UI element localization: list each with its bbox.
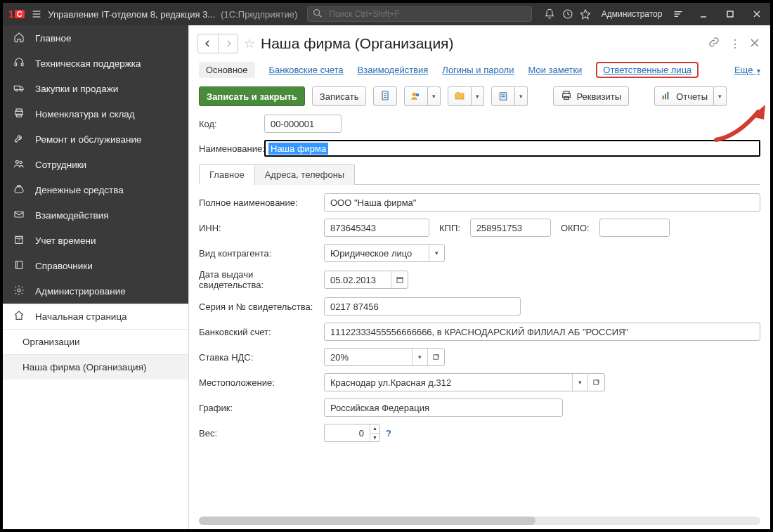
users-icon-button[interactable] bbox=[404, 86, 428, 106]
scrollbar-thumb[interactable] bbox=[199, 517, 535, 525]
settings-lines-icon[interactable] bbox=[672, 4, 684, 24]
okpo-field[interactable] bbox=[599, 219, 670, 237]
kpp-field[interactable]: 258951753 bbox=[470, 219, 551, 237]
global-search[interactable] bbox=[307, 6, 532, 22]
sidebar-item-support[interactable]: Техническая поддержка bbox=[3, 51, 188, 76]
close-icon[interactable] bbox=[751, 37, 759, 50]
window-maximize[interactable] bbox=[717, 3, 743, 25]
users-split-button[interactable]: ▾ bbox=[404, 86, 441, 106]
sidebar-item-org-current[interactable]: Наша фирма (Организация) bbox=[3, 354, 188, 379]
inner-tabs: Главное Адреса, телефоны bbox=[199, 164, 760, 185]
chevron-down-icon[interactable]: ▾ bbox=[428, 86, 441, 106]
stepper-down[interactable]: ▼ bbox=[370, 434, 379, 442]
open-icon[interactable] bbox=[587, 374, 604, 391]
schedule-field[interactable]: Российская Федерация bbox=[324, 398, 563, 417]
bell-icon[interactable] bbox=[543, 4, 556, 24]
bank-field[interactable]: 11122333455556666666, в КРАСНОДАРСКИЙ ФИ… bbox=[324, 323, 760, 341]
nds-field[interactable]: 20% ▾ bbox=[324, 348, 445, 366]
section-logins[interactable]: Логины и пароли bbox=[442, 65, 514, 75]
hamburger-icon[interactable] bbox=[30, 4, 43, 24]
save-close-button[interactable]: Записать и закрыть bbox=[199, 86, 305, 106]
document-icon bbox=[379, 90, 391, 103]
sidebar-item-label: Денежные средства bbox=[35, 185, 124, 195]
reports-split-button[interactable]: Отчеты ▾ bbox=[654, 86, 727, 106]
sidebar-item-main[interactable]: Главное bbox=[3, 25, 188, 51]
kebab-icon[interactable]: ⋮ bbox=[729, 37, 741, 51]
forward-button[interactable] bbox=[218, 34, 238, 53]
section-interactions[interactable]: Взаимодействия bbox=[358, 65, 429, 75]
sidebar-item-stock[interactable]: Номенклатура и склад bbox=[3, 101, 188, 126]
section-bank[interactable]: Банковские счета bbox=[269, 65, 344, 75]
sidebar-item-sales[interactable]: Закупки и продажи bbox=[3, 76, 188, 101]
svg-point-23 bbox=[20, 161, 22, 163]
horizontal-scrollbar[interactable] bbox=[199, 517, 760, 525]
window-minimize[interactable] bbox=[690, 3, 717, 25]
sidebar-item-dicts[interactable]: Справочники bbox=[3, 253, 188, 278]
stepper-up[interactable]: ▲ bbox=[370, 424, 379, 434]
report-icon-button[interactable] bbox=[491, 86, 515, 106]
sidebar-item-label: Администрирование bbox=[35, 286, 126, 297]
sidebar-item-repair[interactable]: Ремонт и обслуживание bbox=[3, 126, 188, 152]
section-main[interactable]: Основное bbox=[199, 62, 255, 78]
history-icon[interactable] bbox=[561, 4, 574, 24]
tab-main[interactable]: Главное bbox=[199, 164, 255, 185]
name-field[interactable]: Наша фирма bbox=[264, 140, 760, 157]
sidebar-item-orgs[interactable]: Организации bbox=[3, 329, 188, 354]
svg-rect-45 bbox=[564, 96, 569, 99]
inn-field[interactable]: 873645343 bbox=[324, 219, 429, 237]
sidebar-item-interactions[interactable]: Взаимодействия bbox=[3, 202, 188, 228]
link-icon[interactable] bbox=[708, 37, 720, 51]
star-icon[interactable] bbox=[579, 4, 592, 24]
chevron-down-icon[interactable]: ▾ bbox=[412, 349, 427, 365]
section-notes[interactable]: Мои заметки bbox=[528, 65, 582, 75]
window-close[interactable] bbox=[743, 3, 770, 25]
headset-icon bbox=[13, 57, 25, 70]
admin-label[interactable]: Администратор bbox=[597, 9, 667, 19]
chevron-down-icon[interactable]: ▾ bbox=[472, 86, 484, 106]
reports-label: Отчеты bbox=[676, 91, 708, 102]
sidebar-item-time[interactable]: 7 Учет времени bbox=[3, 228, 188, 253]
cert-num-field[interactable]: 0217 87456 bbox=[324, 297, 521, 316]
save-button[interactable]: Записать bbox=[312, 86, 367, 106]
svg-rect-49 bbox=[397, 278, 403, 283]
svg-rect-47 bbox=[665, 93, 666, 99]
weight-field[interactable]: 0 ▲ ▼ bbox=[324, 424, 380, 442]
svg-point-3 bbox=[314, 9, 320, 15]
code-field[interactable]: 00-000001 bbox=[264, 115, 342, 133]
loc-field[interactable]: Краснодар ул.Красная д.312 ▾ bbox=[324, 373, 605, 391]
sidebar-item-employees[interactable]: Сотрудники bbox=[3, 152, 188, 177]
calendar-icon[interactable] bbox=[391, 271, 408, 288]
folder-icon-button[interactable] bbox=[448, 86, 472, 106]
open-icon[interactable] bbox=[427, 349, 444, 365]
chevron-down-icon[interactable]: ▾ bbox=[714, 86, 727, 106]
section-more[interactable]: Еще ▾ bbox=[734, 65, 760, 75]
section-responsibles[interactable]: Ответственные лица bbox=[603, 65, 691, 75]
svg-rect-51 bbox=[434, 354, 438, 358]
help-icon[interactable]: ? bbox=[386, 428, 391, 439]
report-split-button[interactable]: ▾ bbox=[491, 86, 528, 106]
kind-field[interactable]: Юридическое лицо ▾ bbox=[324, 244, 445, 262]
sidebar-item-admin[interactable]: Администрирование bbox=[3, 278, 188, 304]
favorite-star-icon[interactable]: ☆ bbox=[244, 36, 255, 51]
kind-label: Вид контрагента: bbox=[199, 248, 318, 259]
save-label: Записать bbox=[320, 91, 359, 102]
weight-value: 0 bbox=[359, 428, 364, 439]
sidebar-item-startpage[interactable]: Начальная страница bbox=[3, 304, 188, 329]
fullname-label: Полное наименование: bbox=[199, 197, 318, 208]
chevron-down-icon[interactable]: ▾ bbox=[515, 86, 528, 106]
cert-date-field[interactable]: 05.02.2013 bbox=[324, 271, 408, 289]
sidebar-item-money[interactable]: Денежные средства bbox=[3, 177, 188, 202]
back-button[interactable] bbox=[198, 34, 218, 53]
cert-num-label: Серия и № свидетельства: bbox=[199, 301, 318, 312]
chevron-down-icon[interactable]: ▾ bbox=[429, 245, 444, 261]
chevron-down-icon[interactable]: ▾ bbox=[572, 374, 587, 391]
requisites-button[interactable]: Реквизиты bbox=[553, 86, 629, 106]
reports-button[interactable]: Отчеты bbox=[654, 86, 714, 106]
users-icon bbox=[13, 158, 25, 171]
fullname-field[interactable]: ООО "Наша фирма" bbox=[324, 193, 760, 212]
tab-addresses[interactable]: Адреса, телефоны bbox=[254, 164, 356, 185]
document-icon-button[interactable] bbox=[373, 86, 397, 106]
folder-split-button[interactable]: ▾ bbox=[448, 86, 484, 106]
search-input[interactable] bbox=[327, 8, 527, 20]
sidebar-item-label: Взаимодействия bbox=[35, 210, 109, 221]
